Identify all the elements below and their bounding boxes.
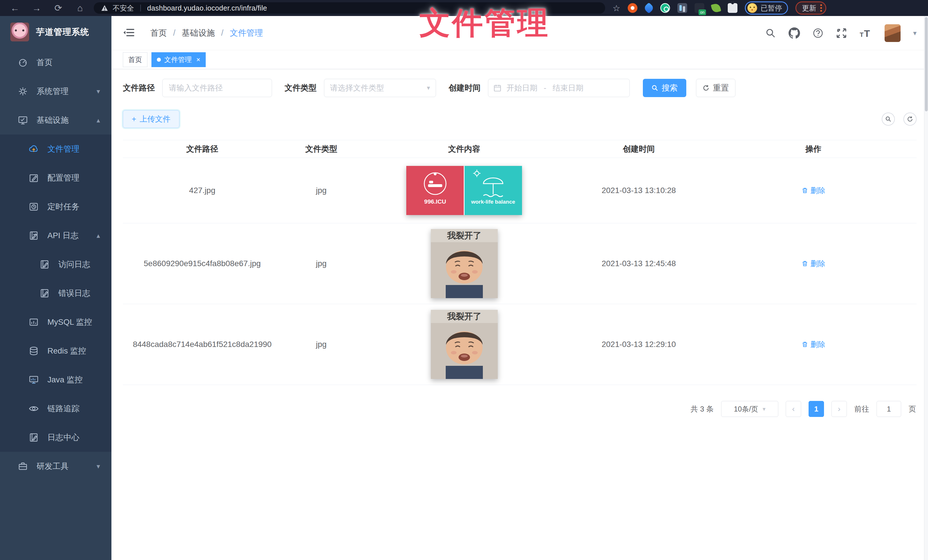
trash-icon	[801, 187, 808, 194]
sidebar-item-trace[interactable]: 链路追踪	[0, 394, 111, 423]
sidebar-item-api-log[interactable]: API 日志 ▴	[0, 221, 111, 250]
file-type-select[interactable]: 请选择文件类型 ▾	[324, 79, 436, 97]
tag-label: 文件管理	[164, 55, 192, 64]
app-title: 芋道管理系统	[36, 26, 89, 38]
toggle-search-button[interactable]	[882, 113, 895, 126]
banner-left-label: 996.ICU	[424, 198, 446, 205]
extensions-puzzle-icon[interactable]	[728, 3, 737, 13]
create-time-label: 创建时间	[449, 82, 481, 93]
extension-icon-columns[interactable]	[678, 3, 687, 13]
banner-right-label: work-life balance	[471, 199, 515, 205]
sidebar-item-redis[interactable]: Redis 监控	[0, 336, 111, 365]
annotation-overlay-title: 文件管理	[420, 2, 550, 44]
extension-icon-orange[interactable]	[628, 3, 637, 13]
close-icon[interactable]: ×	[196, 56, 200, 64]
current-page-button[interactable]: 1	[809, 401, 824, 417]
column-header-content: 文件内容	[361, 144, 567, 155]
search-button[interactable]: 搜索	[643, 79, 686, 97]
access-log-icon	[40, 259, 50, 269]
breadcrumb-section[interactable]: 基础设施	[182, 27, 215, 39]
gear-icon	[18, 86, 28, 96]
file-preview-banner-996icu[interactable]: 996.ICU work-life balance	[406, 166, 522, 215]
sidebar-item-label: 链路追踪	[47, 403, 79, 414]
breadcrumb-current[interactable]: 文件管理	[230, 27, 263, 39]
tag-home[interactable]: 首页	[123, 52, 147, 67]
sidebar-item-job[interactable]: 定时任务	[0, 192, 111, 221]
page-scrollbar[interactable]	[924, 16, 928, 560]
browser-home-icon[interactable]: ⌂	[75, 3, 85, 12]
plus-icon: +	[132, 115, 136, 124]
date-range-picker[interactable]: 开始日期 - 结束日期	[488, 79, 630, 97]
help-icon[interactable]	[813, 28, 823, 38]
search-button-label: 搜索	[662, 82, 678, 93]
extension-icon-blue-drop[interactable]	[643, 2, 655, 14]
fullscreen-icon[interactable]	[836, 28, 847, 38]
browser-reload-icon[interactable]: ⟳	[53, 3, 63, 12]
profile-avatar	[748, 3, 757, 13]
cell-file-type: jpg	[282, 340, 361, 349]
browser-profile-chip[interactable]: 已暂停	[745, 2, 788, 15]
sidebar-item-infrastructure[interactable]: 基础设施 ▴	[0, 106, 111, 134]
sidebar-item-config[interactable]: 配置管理	[0, 163, 111, 192]
prev-page-button[interactable]: ‹	[786, 401, 801, 417]
delete-button[interactable]: 删除	[801, 186, 826, 196]
sidebar-item-mysql[interactable]: MySQL 监控	[0, 307, 111, 336]
sidebar-item-system[interactable]: 系统管理 ▾	[0, 77, 111, 106]
cell-file-type: jpg	[282, 186, 361, 195]
page-size-select[interactable]: 10条/页 ▾	[721, 401, 778, 417]
refresh-icon	[907, 116, 913, 122]
next-page-button[interactable]: ›	[832, 401, 847, 417]
chevron-down-icon[interactable]: ▾	[913, 29, 917, 37]
table-row: 8448cada8c714e4ab61f521c8da21990 jpg 我裂开…	[123, 304, 917, 385]
browser-back-icon[interactable]: ←	[10, 3, 20, 12]
extension-icon-proxy[interactable]: on	[694, 3, 704, 13]
app-logo-row[interactable]: 芋道管理系统	[0, 16, 111, 48]
header-search-icon[interactable]	[765, 28, 776, 38]
browser-menu-kebab-icon[interactable]	[820, 4, 822, 12]
font-size-icon[interactable]: TT	[859, 28, 872, 38]
sidebar-item-error-log[interactable]: 错误日志	[0, 279, 111, 307]
sidebar-item-dev-tools[interactable]: 研发工具 ▾	[0, 452, 111, 481]
file-preview-baby-meme[interactable]: 我裂开了	[431, 229, 498, 298]
reset-button[interactable]: 重置	[696, 79, 736, 97]
warning-icon	[101, 5, 108, 11]
table-row: 427.jpg jpg 996.ICU	[123, 158, 917, 223]
breadcrumb-separator: /	[173, 28, 176, 38]
sidebar-item-java[interactable]: Java 监控	[0, 365, 111, 394]
browser-update-button[interactable]: 更新	[795, 2, 826, 15]
security-label[interactable]: 不安全	[113, 3, 134, 13]
infrastructure-icon	[18, 115, 28, 125]
url-text[interactable]: dashboard.yudao.iocoder.cn/infra/file	[147, 4, 267, 12]
github-icon[interactable]	[789, 27, 800, 39]
refresh-table-button[interactable]	[904, 113, 917, 126]
browser-forward-icon[interactable]: →	[31, 3, 42, 12]
delete-button[interactable]: 删除	[801, 339, 826, 350]
extension-icon-green[interactable]	[660, 3, 670, 13]
scrollbar-thumb[interactable]	[925, 17, 928, 111]
user-avatar[interactable]	[885, 24, 901, 42]
sidebar-item-log-center[interactable]: 日志中心	[0, 423, 111, 452]
file-preview-baby-meme[interactable]: 我裂开了	[431, 310, 498, 379]
extension-icon-leaf[interactable]	[711, 3, 722, 14]
filter-form: 文件路径 文件类型 请选择文件类型 ▾ 创建时间 开始日期 - 结束日期	[123, 79, 917, 97]
chevron-down-icon: ▾	[96, 462, 100, 470]
sidebar-item-label: 系统管理	[37, 86, 69, 97]
sidebar-item-file-manage[interactable]: 文件管理	[0, 134, 111, 163]
file-path-input[interactable]	[162, 79, 272, 97]
scheduled-task-icon	[29, 202, 39, 212]
upload-file-button[interactable]: + 上传文件	[123, 110, 179, 128]
sidebar-item-home[interactable]: 首页	[0, 48, 111, 77]
bookmark-star-icon[interactable]: ☆	[612, 3, 620, 13]
goto-page-input[interactable]	[876, 401, 901, 417]
delete-label: 删除	[810, 339, 826, 350]
tag-file-manage[interactable]: 文件管理 ×	[151, 52, 206, 67]
sidebar-collapse-icon[interactable]	[123, 28, 134, 38]
table-toolbar: + 上传文件	[123, 110, 917, 128]
cell-file-path: 5e8609290e915c4fa8b08e67.jpg	[123, 259, 282, 268]
cell-created-time: 2021-03-13 12:29:10	[568, 340, 710, 349]
breadcrumb-home[interactable]: 首页	[150, 27, 167, 39]
delete-button[interactable]: 删除	[801, 259, 826, 269]
sidebar-item-access-log[interactable]: 访问日志	[0, 250, 111, 279]
pagination: 共 3 条 10条/页 ▾ ‹ 1 › 前往 页	[123, 401, 917, 417]
sidebar-item-label: 定时任务	[47, 201, 79, 212]
